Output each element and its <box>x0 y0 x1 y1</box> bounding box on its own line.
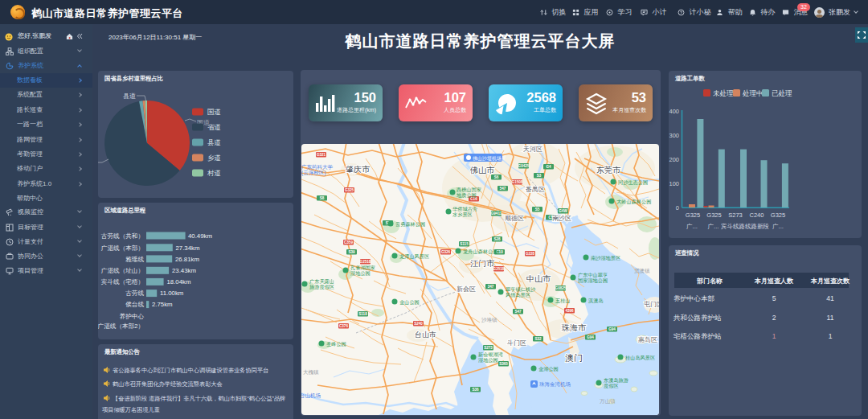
svg-text:S47: S47 <box>514 310 522 314</box>
svg-text:珠海金湾机场: 珠海金湾机场 <box>539 381 571 388</box>
svg-text:风情岛景区: 风情岛景区 <box>506 292 530 298</box>
svg-text:佛山市: 佛山市 <box>469 166 495 175</box>
svg-text:淇澳镇: 淇澳镇 <box>634 268 650 274</box>
svg-text:G94: G94 <box>608 327 616 331</box>
svg-text:S36: S36 <box>472 388 479 392</box>
svg-text:40.49km: 40.49km <box>188 232 212 240</box>
svg-text:G326: G326 <box>441 250 451 254</box>
svg-text:广湛线（本部）: 广湛线（本部） <box>101 244 144 252</box>
svg-text:S28: S28 <box>493 237 501 241</box>
svg-text:金湖公园: 金湖公园 <box>538 366 559 372</box>
svg-text:中山市: 中山市 <box>526 274 551 283</box>
svg-text:宾斗线（宅梧）: 宾斗线（宅梧） <box>101 278 144 285</box>
svg-text:屯门区: 屯门区 <box>644 301 659 308</box>
svg-text:26.81km: 26.81km <box>175 256 199 263</box>
svg-text:水乡景区: 水乡景区 <box>452 212 473 217</box>
svg-text:澳门: 澳门 <box>565 353 583 363</box>
svg-text:台山机场: 台山机场 <box>301 392 321 399</box>
svg-text:湿地公园: 湿地公园 <box>350 270 371 277</box>
svg-text:G9411: G9411 <box>491 212 502 216</box>
svg-text:国家湿地公园: 国家湿地公园 <box>578 277 608 284</box>
svg-text:G4: G4 <box>546 165 551 169</box>
svg-text:广...: 广... <box>708 223 719 230</box>
svg-text:G325: G325 <box>771 212 785 219</box>
svg-text:S3: S3 <box>537 174 542 178</box>
svg-text:广东中山翠亨: 广东中山翠亨 <box>578 272 608 277</box>
svg-text:省道: 省道 <box>207 123 221 131</box>
svg-text:G0825: G0825 <box>555 286 567 290</box>
svg-text:G2518: G2518 <box>360 260 371 264</box>
svg-text:番禺区: 番禺区 <box>526 186 545 193</box>
svg-text:地质公园: 地质公园 <box>457 192 477 199</box>
svg-text:淇澳岛: 淇澳岛 <box>588 298 604 304</box>
svg-text:湿地公园: 湿地公园 <box>478 357 498 364</box>
svg-text:旅游度假区: 旅游度假区 <box>309 284 334 290</box>
svg-text:五桂山: 五桂山 <box>555 298 571 304</box>
svg-text:400: 400 <box>669 108 679 115</box>
svg-text:桂山岛风景区: 桂山岛风景区 <box>624 355 655 361</box>
svg-text:南沙湿地景区: 南沙湿地景区 <box>591 255 620 261</box>
svg-text:已处理: 已处理 <box>772 89 792 97</box>
svg-text:广...: 广... <box>772 223 784 230</box>
svg-text:S273: S273 <box>728 212 743 219</box>
svg-text:S32: S32 <box>534 337 542 341</box>
svg-text:G325: G325 <box>686 212 700 219</box>
svg-text:大岭山森林公园: 大岭山森林公园 <box>616 199 651 205</box>
svg-text:南沙区: 南沙区 <box>552 215 571 222</box>
svg-text:古劳线（共和）: 古劳线（共和） <box>101 232 144 240</box>
svg-text:广东药科大学: 广东药科大学 <box>301 164 334 170</box>
svg-text:台山市: 台山市 <box>415 331 436 339</box>
svg-text:4396: 4396 <box>565 309 574 313</box>
svg-text:S240: S240 <box>414 322 423 326</box>
svg-text:0: 0 <box>676 204 679 212</box>
svg-text:S115: S115 <box>460 242 469 246</box>
svg-text:广...: 广... <box>686 223 698 230</box>
svg-text:肇庆市: 肇庆市 <box>346 165 371 174</box>
svg-text:县道: 县道 <box>123 92 136 100</box>
svg-text:347: 347 <box>488 285 494 289</box>
svg-text:斗门区: 斗门区 <box>506 339 526 347</box>
svg-text:珠海市: 珠海市 <box>561 323 587 332</box>
svg-text:547: 547 <box>500 187 506 191</box>
svg-text:沙堆镇: 沙堆镇 <box>481 317 497 323</box>
svg-text:村道: 村道 <box>207 169 221 177</box>
svg-text:G321: G321 <box>317 153 326 157</box>
svg-text:S6: S6 <box>494 175 499 179</box>
svg-text:大槐镇: 大槐镇 <box>303 369 319 376</box>
svg-text:200: 200 <box>669 156 679 163</box>
svg-text:广东天露山: 广东天露山 <box>309 278 334 284</box>
svg-text:度假区: 度假区 <box>604 383 619 389</box>
svg-text:C240: C240 <box>750 212 764 219</box>
svg-text:C359: C359 <box>344 240 353 244</box>
svg-text:G1508: G1508 <box>512 180 523 184</box>
svg-text:S5: S5 <box>535 207 540 212</box>
svg-text:云勇森林公园: 云勇森林公园 <box>395 221 425 228</box>
svg-text:C376: C376 <box>339 324 348 328</box>
svg-text:S8: S8 <box>320 196 325 200</box>
svg-text:东莞市: 东莞市 <box>596 166 621 175</box>
svg-text:处理中: 处理中 <box>743 89 764 97</box>
svg-text:未处理: 未处理 <box>713 89 734 97</box>
svg-text:惠岛区: 惠岛区 <box>637 336 657 343</box>
svg-text:300: 300 <box>669 132 679 139</box>
svg-text:11.00km: 11.00km <box>160 290 183 297</box>
svg-text:古劳线: 古劳线 <box>125 290 144 297</box>
svg-text:龙舟山森林公园: 龙舟山森林公园 <box>463 249 497 255</box>
svg-text:(云浮校区): (云浮校区) <box>301 170 326 176</box>
svg-text:万山镇: 万山镇 <box>600 398 616 404</box>
svg-text:龙潭山风景区: 龙潭山风景区 <box>399 253 429 260</box>
svg-text:养护中心: 养护中心 <box>120 313 145 320</box>
svg-text:广湛线（址山）: 广湛线（址山） <box>101 267 144 274</box>
svg-text:同沙生态公园: 同沙生态公园 <box>618 179 648 186</box>
svg-text:G325: G325 <box>345 188 354 192</box>
svg-text:2.75km: 2.75km <box>152 301 173 308</box>
svg-text:G0425: G0425 <box>518 164 530 168</box>
svg-text:佛山沙堤机场: 佛山沙堤机场 <box>473 155 502 162</box>
svg-text:县道: 县道 <box>207 138 221 146</box>
svg-text:金山公园: 金山公园 <box>399 299 420 306</box>
svg-text:侯台线: 侯台线 <box>125 301 144 308</box>
svg-text:G94: G94 <box>587 335 594 339</box>
svg-text:G4W: G4W <box>559 209 567 213</box>
svg-text:S39: S39 <box>348 250 355 254</box>
svg-text:18.04km: 18.04km <box>167 278 191 285</box>
